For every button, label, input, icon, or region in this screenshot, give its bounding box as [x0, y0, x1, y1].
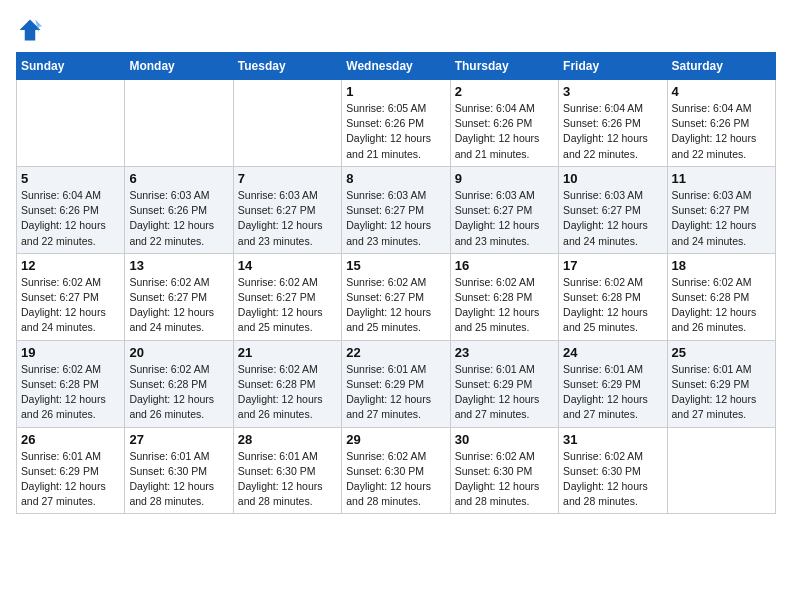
calendar-week-row: 5Sunrise: 6:04 AMSunset: 6:26 PMDaylight…: [17, 166, 776, 253]
day-info: Sunrise: 6:02 AMSunset: 6:28 PMDaylight:…: [238, 362, 337, 423]
day-info: Sunrise: 6:02 AMSunset: 6:30 PMDaylight:…: [563, 449, 662, 510]
weekday-header-row: SundayMondayTuesdayWednesdayThursdayFrid…: [17, 53, 776, 80]
day-info: Sunrise: 6:02 AMSunset: 6:27 PMDaylight:…: [21, 275, 120, 336]
weekday-header-thursday: Thursday: [450, 53, 558, 80]
day-number: 26: [21, 432, 120, 447]
day-info: Sunrise: 6:01 AMSunset: 6:29 PMDaylight:…: [21, 449, 120, 510]
day-number: 15: [346, 258, 445, 273]
day-number: 18: [672, 258, 771, 273]
page-header: [16, 16, 776, 44]
calendar-cell: [233, 80, 341, 167]
day-number: 31: [563, 432, 662, 447]
calendar-cell: 19Sunrise: 6:02 AMSunset: 6:28 PMDayligh…: [17, 340, 125, 427]
calendar-cell: [125, 80, 233, 167]
day-info: Sunrise: 6:02 AMSunset: 6:27 PMDaylight:…: [129, 275, 228, 336]
day-number: 11: [672, 171, 771, 186]
day-number: 6: [129, 171, 228, 186]
day-info: Sunrise: 6:03 AMSunset: 6:27 PMDaylight:…: [346, 188, 445, 249]
day-number: 7: [238, 171, 337, 186]
calendar-cell: 28Sunrise: 6:01 AMSunset: 6:30 PMDayligh…: [233, 427, 341, 514]
day-info: Sunrise: 6:03 AMSunset: 6:26 PMDaylight:…: [129, 188, 228, 249]
day-number: 16: [455, 258, 554, 273]
weekday-header-wednesday: Wednesday: [342, 53, 450, 80]
day-info: Sunrise: 6:02 AMSunset: 6:27 PMDaylight:…: [238, 275, 337, 336]
day-info: Sunrise: 6:04 AMSunset: 6:26 PMDaylight:…: [672, 101, 771, 162]
day-number: 2: [455, 84, 554, 99]
day-number: 30: [455, 432, 554, 447]
calendar-cell: 1Sunrise: 6:05 AMSunset: 6:26 PMDaylight…: [342, 80, 450, 167]
day-info: Sunrise: 6:01 AMSunset: 6:29 PMDaylight:…: [346, 362, 445, 423]
day-number: 5: [21, 171, 120, 186]
calendar-cell: 17Sunrise: 6:02 AMSunset: 6:28 PMDayligh…: [559, 253, 667, 340]
calendar-cell: 18Sunrise: 6:02 AMSunset: 6:28 PMDayligh…: [667, 253, 775, 340]
day-info: Sunrise: 6:02 AMSunset: 6:30 PMDaylight:…: [346, 449, 445, 510]
day-info: Sunrise: 6:02 AMSunset: 6:28 PMDaylight:…: [455, 275, 554, 336]
day-info: Sunrise: 6:02 AMSunset: 6:30 PMDaylight:…: [455, 449, 554, 510]
day-number: 23: [455, 345, 554, 360]
day-number: 21: [238, 345, 337, 360]
day-info: Sunrise: 6:01 AMSunset: 6:30 PMDaylight:…: [238, 449, 337, 510]
calendar-cell: 20Sunrise: 6:02 AMSunset: 6:28 PMDayligh…: [125, 340, 233, 427]
day-info: Sunrise: 6:01 AMSunset: 6:29 PMDaylight:…: [672, 362, 771, 423]
logo-icon: [16, 16, 44, 44]
calendar-week-row: 19Sunrise: 6:02 AMSunset: 6:28 PMDayligh…: [17, 340, 776, 427]
calendar-week-row: 26Sunrise: 6:01 AMSunset: 6:29 PMDayligh…: [17, 427, 776, 514]
calendar-cell: 3Sunrise: 6:04 AMSunset: 6:26 PMDaylight…: [559, 80, 667, 167]
day-number: 14: [238, 258, 337, 273]
calendar-cell: 13Sunrise: 6:02 AMSunset: 6:27 PMDayligh…: [125, 253, 233, 340]
calendar-cell: 6Sunrise: 6:03 AMSunset: 6:26 PMDaylight…: [125, 166, 233, 253]
weekday-header-tuesday: Tuesday: [233, 53, 341, 80]
calendar-cell: 5Sunrise: 6:04 AMSunset: 6:26 PMDaylight…: [17, 166, 125, 253]
calendar-cell: 2Sunrise: 6:04 AMSunset: 6:26 PMDaylight…: [450, 80, 558, 167]
calendar-cell: 4Sunrise: 6:04 AMSunset: 6:26 PMDaylight…: [667, 80, 775, 167]
day-info: Sunrise: 6:02 AMSunset: 6:28 PMDaylight:…: [21, 362, 120, 423]
day-info: Sunrise: 6:01 AMSunset: 6:29 PMDaylight:…: [563, 362, 662, 423]
day-number: 3: [563, 84, 662, 99]
day-info: Sunrise: 6:04 AMSunset: 6:26 PMDaylight:…: [563, 101, 662, 162]
calendar-table: SundayMondayTuesdayWednesdayThursdayFrid…: [16, 52, 776, 514]
calendar-cell: 8Sunrise: 6:03 AMSunset: 6:27 PMDaylight…: [342, 166, 450, 253]
calendar-cell: 10Sunrise: 6:03 AMSunset: 6:27 PMDayligh…: [559, 166, 667, 253]
calendar-cell: 23Sunrise: 6:01 AMSunset: 6:29 PMDayligh…: [450, 340, 558, 427]
calendar-cell: 15Sunrise: 6:02 AMSunset: 6:27 PMDayligh…: [342, 253, 450, 340]
calendar-cell: 24Sunrise: 6:01 AMSunset: 6:29 PMDayligh…: [559, 340, 667, 427]
day-number: 24: [563, 345, 662, 360]
day-number: 13: [129, 258, 228, 273]
day-number: 20: [129, 345, 228, 360]
day-info: Sunrise: 6:01 AMSunset: 6:30 PMDaylight:…: [129, 449, 228, 510]
day-info: Sunrise: 6:03 AMSunset: 6:27 PMDaylight:…: [238, 188, 337, 249]
day-number: 17: [563, 258, 662, 273]
day-number: 4: [672, 84, 771, 99]
calendar-cell: [17, 80, 125, 167]
calendar-cell: 31Sunrise: 6:02 AMSunset: 6:30 PMDayligh…: [559, 427, 667, 514]
day-number: 28: [238, 432, 337, 447]
day-number: 10: [563, 171, 662, 186]
day-info: Sunrise: 6:03 AMSunset: 6:27 PMDaylight:…: [455, 188, 554, 249]
logo: [16, 16, 48, 44]
calendar-cell: 12Sunrise: 6:02 AMSunset: 6:27 PMDayligh…: [17, 253, 125, 340]
calendar-cell: 29Sunrise: 6:02 AMSunset: 6:30 PMDayligh…: [342, 427, 450, 514]
calendar-cell: 27Sunrise: 6:01 AMSunset: 6:30 PMDayligh…: [125, 427, 233, 514]
day-info: Sunrise: 6:02 AMSunset: 6:28 PMDaylight:…: [563, 275, 662, 336]
calendar-week-row: 1Sunrise: 6:05 AMSunset: 6:26 PMDaylight…: [17, 80, 776, 167]
day-number: 12: [21, 258, 120, 273]
calendar-cell: 21Sunrise: 6:02 AMSunset: 6:28 PMDayligh…: [233, 340, 341, 427]
weekday-header-monday: Monday: [125, 53, 233, 80]
day-number: 29: [346, 432, 445, 447]
calendar-cell: 25Sunrise: 6:01 AMSunset: 6:29 PMDayligh…: [667, 340, 775, 427]
calendar-cell: 7Sunrise: 6:03 AMSunset: 6:27 PMDaylight…: [233, 166, 341, 253]
weekday-header-friday: Friday: [559, 53, 667, 80]
day-info: Sunrise: 6:04 AMSunset: 6:26 PMDaylight:…: [21, 188, 120, 249]
calendar-cell: 22Sunrise: 6:01 AMSunset: 6:29 PMDayligh…: [342, 340, 450, 427]
calendar-cell: 9Sunrise: 6:03 AMSunset: 6:27 PMDaylight…: [450, 166, 558, 253]
day-number: 27: [129, 432, 228, 447]
day-number: 1: [346, 84, 445, 99]
calendar-cell: 30Sunrise: 6:02 AMSunset: 6:30 PMDayligh…: [450, 427, 558, 514]
day-number: 22: [346, 345, 445, 360]
calendar-cell: 14Sunrise: 6:02 AMSunset: 6:27 PMDayligh…: [233, 253, 341, 340]
day-info: Sunrise: 6:01 AMSunset: 6:29 PMDaylight:…: [455, 362, 554, 423]
calendar-week-row: 12Sunrise: 6:02 AMSunset: 6:27 PMDayligh…: [17, 253, 776, 340]
day-info: Sunrise: 6:02 AMSunset: 6:27 PMDaylight:…: [346, 275, 445, 336]
day-info: Sunrise: 6:02 AMSunset: 6:28 PMDaylight:…: [672, 275, 771, 336]
weekday-header-saturday: Saturday: [667, 53, 775, 80]
